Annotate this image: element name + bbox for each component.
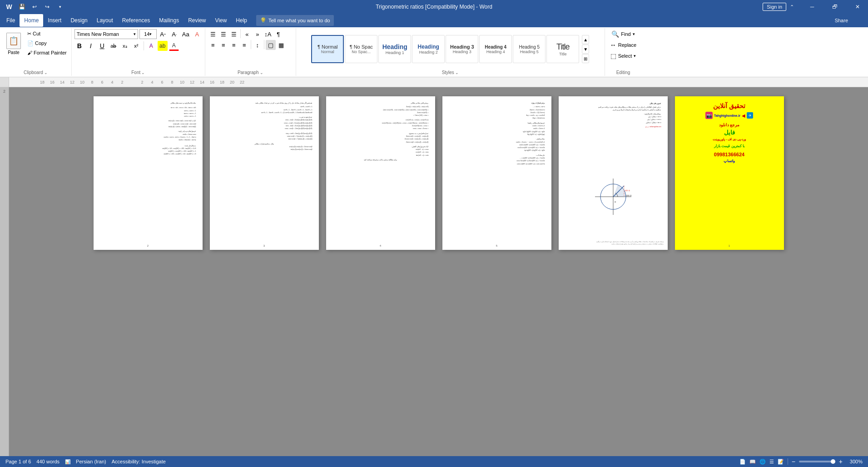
styles-group-label: Styles <box>442 70 454 75</box>
format-painter-button[interactable]: 🖌 Format Painter <box>25 48 69 57</box>
style-heading5[interactable]: Heading 5 Heading 5 <box>513 35 546 63</box>
find-button[interactable]: 🔍 Find ▾ <box>608 29 639 39</box>
view-normal-icon[interactable]: 📄 <box>739 459 746 465</box>
decrease-indent-button[interactable]: « <box>242 29 252 39</box>
menu-file[interactable]: File <box>2 14 20 27</box>
copy-button[interactable]: 📄 Copy <box>25 39 69 48</box>
format-painter-label: Format Painter <box>34 50 67 55</box>
line-spacing-button[interactable]: ↕ <box>253 40 263 50</box>
styles-more[interactable]: ⊞ <box>582 54 589 63</box>
increase-indent-button[interactable]: » <box>253 29 263 39</box>
menu-view[interactable]: View <box>211 14 232 27</box>
style-no-space[interactable]: ¶ No Spac No Spac... <box>345 35 377 63</box>
style-heading2[interactable]: Heading Heading 2 <box>412 35 445 63</box>
cut-button[interactable]: ✂ Cut <box>25 29 69 38</box>
clipboard-expand-icon[interactable]: ⌄ <box>44 70 48 75</box>
style-heading1[interactable]: Heading Heading 1 <box>378 35 411 63</box>
zoom-level[interactable]: 300% <box>846 459 863 464</box>
style-title[interactable]: Title Title <box>546 35 579 63</box>
borders-button[interactable]: ▦ <box>276 40 286 50</box>
text-effects-button[interactable]: A <box>146 41 156 51</box>
page-2: همچنین اگر مقدار معادله ذیل را از روی مع… <box>210 96 319 250</box>
bold-button[interactable]: B <box>74 41 84 51</box>
font-shrink-button[interactable]: A- <box>169 29 179 39</box>
style-heading4[interactable]: Heading 4 Heading 4 <box>479 35 512 63</box>
menu-insert[interactable]: Insert <box>43 14 66 27</box>
menu-home[interactable]: Home <box>20 14 43 27</box>
page1-text: مثلث قائم‌الزاویه و نسبت‌های مثلثاتی sin… <box>100 102 196 156</box>
paste-button[interactable]: 📋 Paste <box>3 29 25 58</box>
styles-expand-icon[interactable]: ⌄ <box>455 70 459 75</box>
show-marks-button[interactable]: ¶ <box>273 29 283 39</box>
ad-file: فایل <box>724 129 735 136</box>
style-heading3[interactable]: Heading 3 Heading 3 <box>446 35 478 63</box>
subscript-button[interactable]: x₂ <box>120 41 130 51</box>
document-title: Trigonometric ratios [Compatibility Mode… <box>376 4 492 10</box>
styles-scroll-down[interactable]: ▼ <box>582 45 589 54</box>
font-grow-button[interactable]: A+ <box>158 29 168 39</box>
highlight-button[interactable]: ab <box>158 41 168 51</box>
multilevel-button[interactable]: ☰ <box>229 29 239 39</box>
select-button[interactable]: ⬚ Select ▾ <box>608 51 639 61</box>
font-format-row: B I U ab̶ x₂ x² A ab A <box>74 41 179 51</box>
menu-review[interactable]: Review <box>184 14 210 27</box>
font-expand-icon[interactable]: ⌄ <box>141 70 145 75</box>
qat-dropdown[interactable]: ▾ <box>55 1 65 12</box>
separator1 <box>144 41 144 50</box>
font-size-input[interactable]: 14 ▾ <box>139 29 157 39</box>
align-left-button[interactable]: ≡ <box>208 40 218 50</box>
menu-references[interactable]: References <box>118 14 154 27</box>
svg-text:α: α <box>615 200 616 203</box>
bullets-button[interactable]: ☰ <box>208 29 218 39</box>
menu-layout[interactable]: Layout <box>92 14 118 27</box>
view-web-icon[interactable]: 🌐 <box>759 459 766 465</box>
editing-content: 🔍 Find ▾ ↔ Replace ⬚ Select ▾ <box>608 29 639 69</box>
font-name-dropdown[interactable]: Times New Roman ▾ <box>74 29 138 39</box>
paragraph-expand-icon[interactable]: ⌄ <box>260 70 263 75</box>
paragraph-group: ☰ ☰ ☰ « » ↕A ¶ ≡ ≡ ≡ ≡ ↕ ▢ ▦ Par <box>205 28 296 76</box>
numbering-button[interactable]: ☰ <box>218 29 228 39</box>
menu-mailings[interactable]: Mailings <box>154 14 184 27</box>
style-normal[interactable]: ¶ Normal Normal <box>311 35 344 63</box>
italic-button[interactable]: I <box>86 41 96 51</box>
change-case-button[interactable]: Aa <box>181 29 191 39</box>
view-draft-icon[interactable]: 📝 <box>778 459 784 465</box>
sort-button[interactable]: ↕A <box>263 29 273 39</box>
minimize-button[interactable]: ─ <box>802 0 823 14</box>
styles-scroll-up[interactable]: ▲ <box>582 35 589 44</box>
zoom-out-button[interactable]: − <box>792 458 795 465</box>
shading-button[interactable]: ▢ <box>266 40 276 50</box>
redo-button[interactable]: ↪ <box>42 1 53 12</box>
replace-label: Replace <box>618 42 636 48</box>
select-label: Select <box>618 53 632 59</box>
superscript-button[interactable]: x² <box>131 41 141 51</box>
replace-button[interactable]: ↔ Replace <box>608 40 639 50</box>
strikethrough-button[interactable]: ab̶ <box>109 41 119 51</box>
save-button[interactable]: 💾 <box>16 1 27 12</box>
undo-button[interactable]: ↩ <box>29 1 40 12</box>
zoom-in-button[interactable]: + <box>839 458 843 465</box>
sign-in-button[interactable]: Sign in <box>763 3 786 11</box>
menu-help[interactable]: Help <box>231 14 252 27</box>
ribbon-toggle[interactable]: ⌃ <box>788 3 795 10</box>
menu-design[interactable]: Design <box>66 14 92 27</box>
underline-button[interactable]: U <box>97 41 107 51</box>
copy-label: Copy <box>35 40 47 46</box>
zoom-slider[interactable] <box>799 461 835 462</box>
separator2 <box>240 29 241 38</box>
clear-formatting-button[interactable]: A <box>192 29 202 39</box>
align-center-button[interactable]: ≡ <box>218 40 228 50</box>
restore-button[interactable]: 🗗 <box>824 0 845 14</box>
align-right-button[interactable]: ≡ <box>229 40 239 50</box>
accessibility[interactable]: Accessibility: Investigate <box>112 459 166 464</box>
paste-icon: 📋 <box>6 33 21 49</box>
close-button[interactable]: ✕ <box>847 0 868 14</box>
style-h1-preview: Heading <box>382 43 407 50</box>
justify-button[interactable]: ≡ <box>239 40 249 50</box>
font-color-button[interactable]: A <box>169 41 179 51</box>
view-outline-icon[interactable]: ☰ <box>769 459 774 465</box>
view-read-icon[interactable]: 📖 <box>749 459 756 465</box>
tell-me-bar[interactable]: 💡 Tell me what you want to do <box>256 15 334 26</box>
cut-icon: ✂ <box>27 31 31 37</box>
share-button[interactable]: Share <box>835 18 866 23</box>
